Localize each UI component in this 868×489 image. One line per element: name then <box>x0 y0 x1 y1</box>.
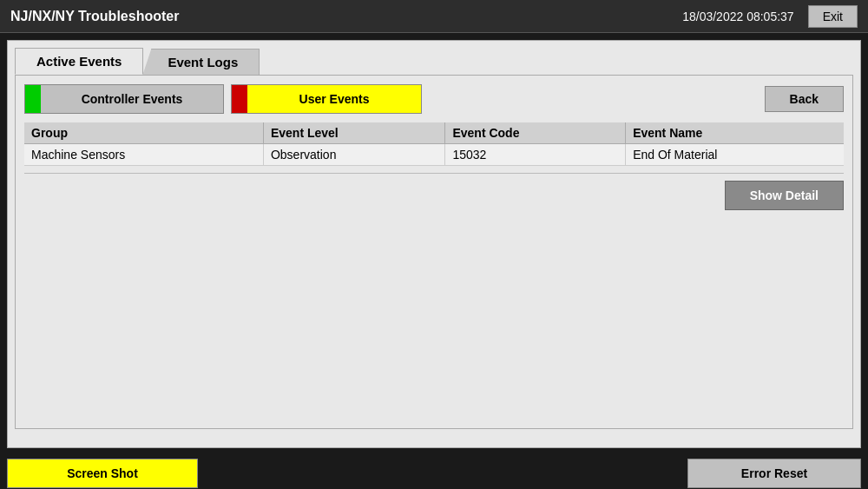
exit-button[interactable]: Exit <box>808 5 858 28</box>
table-cell-1: Observation <box>263 144 445 166</box>
main-panel: Active Events Event Logs Controller Even… <box>7 40 861 448</box>
col-header-event-level: Event Level <box>263 122 445 144</box>
controller-events-indicator <box>25 85 41 113</box>
show-detail-button[interactable]: Show Detail <box>725 181 844 210</box>
table-row[interactable]: Machine SensorsObservation15032End Of Ma… <box>24 144 844 166</box>
screenshot-button[interactable]: Screen Shot <box>7 459 198 488</box>
tab-active-events[interactable]: Active Events <box>15 48 143 75</box>
bottom-bar: Screen Shot Error Reset <box>0 455 868 489</box>
tab-event-logs[interactable]: Event Logs <box>142 49 260 75</box>
col-header-event-code: Event Code <box>445 122 626 144</box>
user-events-button[interactable]: User Events <box>231 84 422 114</box>
table-header-row: Group Event Level Event Code Event Name <box>24 122 844 144</box>
tab-bar: Active Events Event Logs <box>8 41 860 75</box>
events-table: Group Event Level Event Code Event Name … <box>24 122 844 166</box>
button-row: Controller Events User Events Back <box>24 84 844 114</box>
error-reset-button[interactable]: Error Reset <box>687 459 861 488</box>
back-button[interactable]: Back <box>765 86 844 112</box>
title-right: 18/03/2022 08:05:37 Exit <box>682 5 858 28</box>
col-header-event-name: Event Name <box>626 122 844 144</box>
table-cell-2: 15032 <box>445 144 626 166</box>
table-cell-3: End Of Material <box>626 144 844 166</box>
show-detail-row: Show Detail <box>24 173 844 210</box>
user-events-indicator <box>232 85 247 113</box>
table-cell-0: Machine Sensors <box>24 144 263 166</box>
inner-panel: Controller Events User Events Back Group… <box>15 75 853 429</box>
app-title: NJ/NX/NY Troubleshooter <box>10 9 179 24</box>
datetime-display: 18/03/2022 08:05:37 <box>682 10 793 23</box>
controller-events-button[interactable]: Controller Events <box>24 84 224 114</box>
events-tbody: Machine SensorsObservation15032End Of Ma… <box>24 144 844 166</box>
col-header-group: Group <box>24 122 263 144</box>
title-bar: NJ/NX/NY Troubleshooter 18/03/2022 08:05… <box>0 0 868 33</box>
